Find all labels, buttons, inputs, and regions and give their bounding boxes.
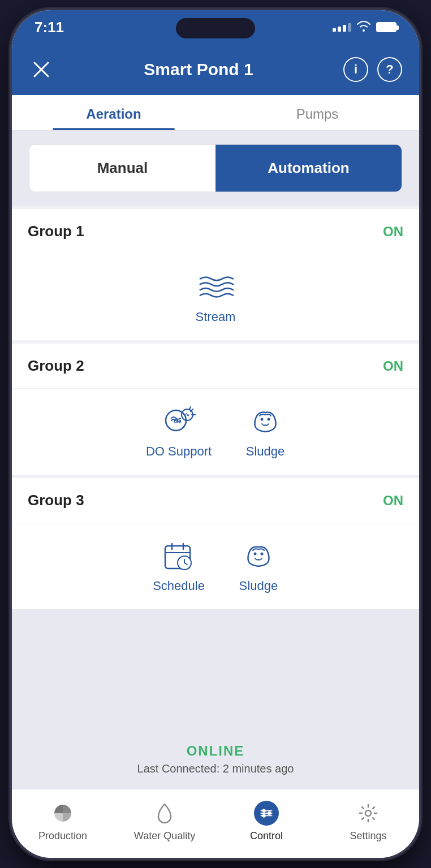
group-2-content: O₂ DO Support (12, 389, 419, 475)
svg-point-14 (253, 553, 256, 555)
stream-label: Stream (196, 310, 236, 324)
group-3-title: Group 3 (28, 492, 84, 509)
automation-toggle-button[interactable]: Automation (215, 145, 402, 192)
schedule-icon (159, 539, 199, 573)
svg-point-15 (260, 553, 263, 555)
info-button[interactable]: i (343, 57, 368, 82)
group-1-title: Group 1 (28, 223, 84, 240)
status-icons (333, 19, 396, 35)
svg-point-20 (268, 811, 271, 815)
group-2-section: Group 2 ON O₂ (12, 344, 419, 475)
settings-icon (356, 801, 381, 826)
group-3-status: ON (383, 493, 403, 509)
group-1-status: ON (383, 224, 403, 240)
svg-point-6 (268, 418, 270, 421)
group-1-section: Group 1 ON Stream (12, 209, 419, 340)
page-title: Smart Pond 1 (144, 60, 253, 79)
group-1-content: Stream (12, 254, 419, 340)
group-1-header: Group 1 ON (12, 209, 419, 254)
do-support-label: DO Support (146, 444, 212, 459)
nav-control[interactable]: Control (215, 796, 317, 847)
group-3-header: Group 3 ON (12, 478, 419, 523)
tabs-bar: Aeration Pumps (12, 95, 419, 131)
battery-icon (376, 22, 396, 32)
sludge-1-icon (245, 405, 285, 439)
last-connected-text: Last Connected: 2 minutes ago (23, 762, 408, 775)
manual-toggle-button[interactable]: Manual (29, 145, 215, 192)
control-icon (254, 801, 279, 826)
nav-settings[interactable]: Settings (317, 796, 419, 847)
header-actions: i ? (343, 57, 402, 82)
group-2-header: Group 2 ON (12, 344, 419, 389)
control-label: Control (250, 830, 283, 842)
content-area: Manual Automation Group 1 ON (12, 131, 419, 789)
schedule-item[interactable]: Schedule (153, 539, 205, 593)
mode-toggle: Manual Automation (29, 144, 402, 192)
sludge-2-icon (239, 539, 278, 573)
water-quality-label: Water Quality (134, 830, 195, 842)
group-2-status: ON (383, 358, 403, 374)
group-3-section: Group 3 ON (12, 478, 419, 609)
svg-point-21 (262, 814, 266, 817)
phone-frame: 7:11 (12, 10, 419, 858)
tab-pumps[interactable]: Pumps (215, 95, 419, 130)
phone-screen: 7:11 (12, 10, 419, 858)
svg-point-22 (365, 810, 371, 816)
close-button[interactable] (29, 57, 54, 82)
help-button[interactable]: ? (377, 57, 402, 82)
do-support-item[interactable]: O₂ DO Support (146, 405, 212, 459)
toggle-section: Manual Automation (12, 131, 419, 206)
bottom-navigation: Production Water Quality (12, 789, 419, 858)
wifi-icon (356, 19, 372, 35)
nav-production[interactable]: Production (12, 796, 114, 847)
online-status-section: ONLINE Last Connected: 2 minutes ago (12, 730, 419, 789)
settings-label: Settings (350, 830, 386, 842)
dynamic-island (176, 18, 255, 38)
group-3-content: Schedule Sludge (12, 523, 419, 609)
production-label: Production (38, 830, 87, 842)
sludge-2-label: Sludge (239, 579, 278, 593)
water-quality-icon (152, 801, 177, 826)
app-header: Smart Pond 1 i ? (12, 44, 419, 95)
sludge-1-item[interactable]: Sludge (245, 405, 285, 459)
sludge-1-label: Sludge (246, 444, 285, 459)
signal-icon (333, 23, 351, 32)
do-support-icon: O₂ (159, 405, 199, 439)
online-status-text: ONLINE (23, 743, 408, 759)
stream-item[interactable]: Stream (196, 270, 236, 324)
stream-icon (196, 270, 235, 304)
schedule-label: Schedule (153, 579, 205, 593)
content-spacer (12, 609, 419, 730)
group-2-title: Group 2 (28, 357, 84, 375)
tab-aeration[interactable]: Aeration (12, 95, 215, 130)
svg-point-19 (262, 809, 266, 813)
svg-point-5 (261, 418, 264, 421)
sludge-2-item[interactable]: Sludge (239, 539, 278, 593)
svg-text:O₂: O₂ (174, 418, 182, 424)
status-time: 7:11 (35, 19, 64, 36)
production-icon (50, 801, 75, 826)
nav-water-quality[interactable]: Water Quality (114, 796, 215, 847)
